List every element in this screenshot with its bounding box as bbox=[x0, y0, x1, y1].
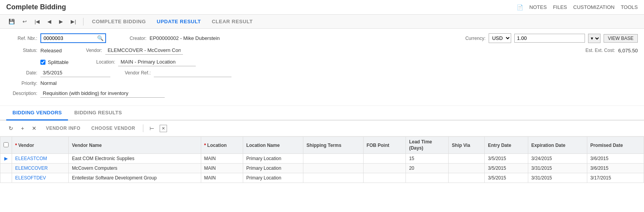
update-result-button[interactable]: UPDATE RESULT bbox=[153, 17, 205, 26]
shipping-terms-cell bbox=[303, 154, 364, 164]
location-input[interactable] bbox=[118, 58, 196, 66]
choose-vendor-button[interactable]: CHOOSE VENDOR bbox=[87, 124, 139, 133]
fob-point-cell bbox=[363, 173, 406, 183]
vendor-link[interactable]: ELEEASTCOM bbox=[15, 156, 47, 161]
bidding-vendors-table: * Vendor Vendor Name * Location Location… bbox=[0, 136, 644, 183]
creator-group: Creator: EP00000002 - Mike Duberstein bbox=[115, 35, 220, 41]
remove-row-button[interactable]: ✕ bbox=[30, 124, 39, 133]
status-value: Released bbox=[40, 48, 62, 53]
description-input[interactable] bbox=[40, 89, 165, 98]
th-expiration-date: Expiration Date bbox=[528, 137, 587, 154]
th-promised-date: Promised Date bbox=[587, 137, 644, 154]
lead-time-cell bbox=[406, 173, 449, 183]
vendor-cell: ELEEASTCOM bbox=[12, 154, 69, 164]
expiration-date-cell: 3/31/2015 bbox=[528, 173, 587, 183]
table-row: ELESOFTDEV Entellestar Software Developm… bbox=[0, 173, 644, 183]
save-button[interactable]: 💾 bbox=[6, 17, 17, 26]
fit-columns-button[interactable]: ⊢ bbox=[147, 124, 157, 133]
row-arrow-cell: ▶ bbox=[0, 154, 12, 164]
toolbar-separator bbox=[83, 18, 84, 26]
currency-row: USD ▾ VIEW BASE bbox=[489, 33, 638, 43]
location-label: Location: bbox=[84, 59, 115, 65]
currency-group: Currency: USD ▾ VIEW BASE bbox=[454, 33, 638, 43]
table-body: ▶ ELEEASTCOM East COM Electronic Supplie… bbox=[0, 154, 644, 183]
tab-bidding-results[interactable]: BIDDING RESULTS bbox=[68, 106, 128, 121]
description-group: Description: bbox=[6, 89, 165, 98]
tabs-area: BIDDING VENDORS BIDDING RESULTS bbox=[0, 106, 644, 121]
view-base-button[interactable]: VIEW BASE bbox=[604, 34, 638, 43]
th-selector bbox=[0, 137, 12, 154]
grid-options-button[interactable]: ✕ bbox=[160, 125, 167, 132]
tab-bidding-vendors[interactable]: BIDDING VENDORS bbox=[6, 106, 68, 121]
th-entry-date: Entry Date bbox=[485, 137, 528, 154]
location-name-cell: Primary Location bbox=[243, 173, 303, 183]
lead-time-cell: 20 bbox=[406, 164, 449, 173]
splittable-checkbox[interactable] bbox=[40, 60, 45, 65]
vendor-name-cell: East COM Electronic Supplies bbox=[69, 154, 201, 164]
vendor-input[interactable] bbox=[105, 46, 183, 55]
files-action[interactable]: FILES bbox=[553, 4, 567, 10]
notes-action[interactable]: NOTES bbox=[529, 4, 547, 10]
vendor-label: Vendor: bbox=[71, 48, 102, 53]
th-location-name: Location Name bbox=[243, 137, 303, 154]
entry-date-cell: 3/5/2015 bbox=[485, 154, 528, 164]
vendor-info-button[interactable]: VENDOR INFO bbox=[42, 124, 84, 133]
table-wrapper: * Vendor Vendor Name * Location Location… bbox=[0, 136, 644, 183]
select-all-checkbox[interactable] bbox=[3, 142, 9, 147]
vendor-cell: ELESOFTDEV bbox=[12, 173, 69, 183]
promised-date-cell: 3/17/2015 bbox=[587, 173, 644, 183]
vendor-ref-input[interactable] bbox=[154, 69, 231, 77]
undo-button[interactable]: ↩ bbox=[20, 17, 29, 26]
location-name-cell: Primary Location bbox=[243, 154, 303, 164]
splittable-group: Splittable bbox=[40, 59, 68, 65]
vendor-cell: ELEMCCOVER bbox=[12, 164, 69, 173]
date-input[interactable] bbox=[40, 69, 110, 77]
form-area: Ref. Nbr.: 🔍 Creator: EP00000002 - Mike … bbox=[0, 29, 644, 106]
ref-nbr-search-button[interactable]: 🔍 bbox=[96, 34, 105, 42]
vendor-link[interactable]: ELESOFTDEV bbox=[15, 175, 46, 181]
clear-result-button[interactable]: CLEAR RESULT bbox=[208, 17, 256, 26]
table-header: * Vendor Vendor Name * Location Location… bbox=[0, 137, 644, 154]
location-group: Location: bbox=[84, 58, 196, 66]
lead-time-cell: 15 bbox=[406, 154, 449, 164]
top-bar: Complete Bidding 📄 NOTES FILES CUSTOMIZA… bbox=[0, 0, 644, 15]
splittable-label: Splittable bbox=[48, 59, 68, 65]
row-arrow-cell bbox=[0, 173, 12, 183]
tools-action[interactable]: TOOLS bbox=[621, 4, 638, 10]
tabs: BIDDING VENDORS BIDDING RESULTS bbox=[6, 106, 638, 120]
currency-dropdown[interactable]: ▾ bbox=[588, 34, 600, 43]
prev-button[interactable]: ◀ bbox=[45, 17, 54, 26]
th-vendor: * Vendor bbox=[12, 137, 69, 154]
vendor-name-cell: Entellestar Software Development Group bbox=[69, 173, 201, 183]
currency-select[interactable]: USD bbox=[489, 33, 511, 43]
table-toolbar-sep bbox=[143, 124, 143, 132]
location-cell: MAIN bbox=[201, 154, 243, 164]
ref-nbr-label: Ref. Nbr.: bbox=[6, 36, 37, 41]
form-row-5: Description: bbox=[6, 89, 638, 98]
complete-bidding-button[interactable]: COMPLETE BIDDING bbox=[88, 17, 150, 26]
fob-point-cell bbox=[363, 154, 406, 164]
form-row-2: Status: Released Vendor: Est. Ext. Cost:… bbox=[6, 46, 638, 55]
vendor-name-cell: McCovern Computers bbox=[69, 164, 201, 173]
add-row-button[interactable]: + bbox=[19, 124, 26, 133]
ref-nbr-input[interactable] bbox=[41, 34, 96, 42]
main-toolbar: 💾 ↩ |◀ ◀ ▶ ▶| COMPLETE BIDDING UPDATE RE… bbox=[0, 15, 644, 29]
shipping-terms-cell bbox=[303, 173, 364, 183]
th-ship-via: Ship Via bbox=[449, 137, 485, 154]
row-selected-arrow: ▶ bbox=[4, 156, 8, 161]
location-cell: MAIN bbox=[201, 164, 243, 173]
vendor-link[interactable]: ELEMCCOVER bbox=[15, 165, 48, 171]
customization-action[interactable]: CUSTOMIZATION bbox=[573, 4, 614, 10]
priority-label: Priority: bbox=[6, 81, 37, 86]
next-button[interactable]: ▶ bbox=[57, 17, 65, 26]
priority-group: Priority: Normal bbox=[6, 80, 57, 86]
row-arrow-cell bbox=[0, 164, 12, 173]
form-row-splittable: Splittable Location: bbox=[6, 58, 638, 66]
creator-value: EP00000002 - Mike Duberstein bbox=[150, 35, 220, 41]
currency-rate-input[interactable] bbox=[514, 34, 585, 43]
last-button[interactable]: ▶| bbox=[68, 17, 78, 26]
first-button[interactable]: |◀ bbox=[32, 17, 42, 26]
est-ext-cost-label: Est. Ext. Cost: bbox=[584, 48, 615, 53]
refresh-button[interactable]: ↻ bbox=[6, 124, 16, 133]
est-ext-cost-value: 6,075.50 bbox=[618, 48, 638, 53]
